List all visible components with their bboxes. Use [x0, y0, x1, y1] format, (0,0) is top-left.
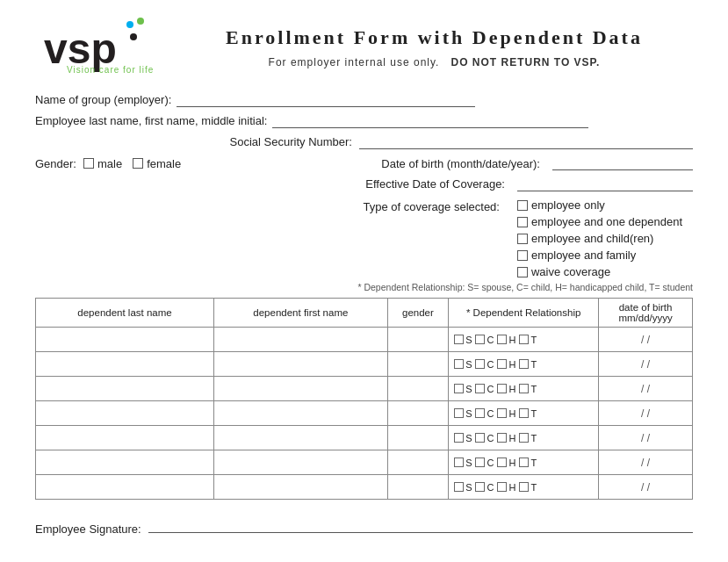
form-title: Enrollment Form with Dependent Data	[176, 26, 693, 49]
dep-relationship-0: SCHT	[449, 328, 599, 352]
dep-dob-6[interactable]: / /	[599, 475, 693, 500]
dep-gender-0[interactable]	[387, 328, 448, 352]
rel-cb-S-4[interactable]: S	[454, 433, 472, 443]
employee-name-field[interactable]	[272, 114, 588, 128]
dep-dob-5[interactable]: / /	[599, 450, 693, 475]
rel-cb-S-3[interactable]: S	[454, 408, 472, 419]
rel-cb-T-6[interactable]: T	[519, 482, 537, 493]
dep-gender-5[interactable]	[387, 450, 448, 475]
rel-cb-T-4[interactable]: T	[519, 433, 537, 443]
dob-field[interactable]	[552, 156, 693, 170]
dep-gender-2[interactable]	[387, 377, 448, 401]
dep-dob-0[interactable]: / /	[599, 328, 693, 352]
svg-point-1	[137, 18, 144, 25]
dep-last-name-2[interactable]	[36, 377, 214, 401]
coverage-employee-only[interactable]: employee only	[517, 198, 682, 212]
dep-last-name-5[interactable]	[36, 450, 214, 475]
rel-cb-C-1[interactable]: C	[475, 359, 494, 370]
rel-cb-C-6[interactable]: C	[475, 482, 494, 493]
signature-field[interactable]	[148, 517, 693, 533]
subtitle-text: For employer internal use only.	[269, 56, 440, 68]
svg-text:Vision care for life: Vision care for life	[67, 65, 154, 75]
group-field[interactable]	[177, 93, 475, 107]
rel-cb-S-1[interactable]: S	[454, 359, 472, 370]
rel-cb-C-5[interactable]: C	[475, 458, 494, 468]
coverage-row: Type of coverage selected: employee only…	[35, 198, 693, 278]
rel-cb-C-2[interactable]: C	[475, 384, 494, 394]
dep-dob-1[interactable]: / /	[599, 352, 693, 377]
dep-last-name-4[interactable]	[36, 426, 214, 450]
header: vsp Vision care for life Enrollment Form…	[35, 18, 693, 77]
rel-cb-T-0[interactable]: T	[519, 335, 537, 345]
rel-cb-H-1[interactable]: H	[497, 359, 515, 370]
coverage-option-0: employee only	[531, 198, 605, 212]
dep-relationship-3: SCHT	[449, 401, 599, 426]
dep-last-name-1[interactable]	[36, 352, 214, 377]
coverage-cb-4[interactable]	[517, 267, 528, 277]
signature-label: Employee Signature:	[35, 522, 141, 536]
ssn-field[interactable]	[359, 135, 693, 149]
coverage-waive[interactable]: waive coverage	[517, 265, 682, 278]
rel-cb-H-5[interactable]: H	[497, 458, 515, 468]
dep-relationship-5: SCHT	[449, 450, 599, 475]
rel-cb-T-2[interactable]: T	[519, 384, 537, 394]
dep-first-name-5[interactable]	[214, 450, 388, 475]
effective-label: Effective Date of Coverage:	[365, 177, 505, 191]
rel-cb-T-3[interactable]: T	[519, 408, 537, 419]
rel-cb-S-6[interactable]: S	[454, 482, 472, 493]
coverage-employee-children[interactable]: employee and child(ren)	[517, 232, 682, 245]
rel-cb-C-0[interactable]: C	[475, 335, 494, 345]
dep-first-name-4[interactable]	[214, 426, 388, 450]
dep-dob-4[interactable]: / /	[599, 426, 693, 450]
dep-gender-6[interactable]	[387, 475, 448, 500]
rel-cb-C-4[interactable]: C	[475, 433, 494, 443]
dep-last-name-0[interactable]	[36, 328, 214, 352]
dep-dob-2[interactable]: / /	[599, 377, 693, 401]
rel-cb-S-0[interactable]: S	[454, 335, 472, 345]
dep-first-name-3[interactable]	[214, 401, 388, 426]
table-row: SCHT/ /	[36, 377, 693, 401]
coverage-cb-0[interactable]	[517, 200, 528, 211]
effective-field[interactable]	[517, 177, 693, 191]
dep-gender-1[interactable]	[387, 352, 448, 377]
dep-last-name-3[interactable]	[36, 401, 214, 426]
rel-cb-T-1[interactable]: T	[519, 359, 537, 370]
subtitle: For employer internal use only. DO NOT R…	[176, 56, 693, 68]
col-dob: date of birthmm/dd/yyyy	[599, 299, 693, 328]
coverage-employee-family[interactable]: employee and family	[517, 249, 682, 262]
col-first-name: dependent first name	[214, 299, 388, 328]
rel-cb-H-0[interactable]: H	[497, 335, 515, 345]
dep-dob-3[interactable]: / /	[599, 401, 693, 426]
dep-last-name-6[interactable]	[36, 475, 214, 500]
table-row: SCHT/ /	[36, 328, 693, 352]
rel-cb-H-3[interactable]: H	[497, 408, 515, 419]
rel-cb-S-2[interactable]: S	[454, 384, 472, 394]
table-row: SCHT/ /	[36, 352, 693, 377]
coverage-employee-one-dep[interactable]: employee and one dependent	[517, 215, 682, 228]
dep-gender-4[interactable]	[387, 426, 448, 450]
dep-first-name-1[interactable]	[214, 352, 388, 377]
rel-cb-T-5[interactable]: T	[519, 458, 537, 468]
dep-first-name-2[interactable]	[214, 377, 388, 401]
rel-cb-H-6[interactable]: H	[497, 482, 515, 493]
rel-cb-H-4[interactable]: H	[497, 433, 515, 443]
male-checkbox[interactable]: male	[83, 157, 122, 170]
coverage-cb-1[interactable]	[517, 217, 528, 227]
dep-first-name-6[interactable]	[214, 475, 388, 500]
employee-name-label: Employee last name, first name, middle i…	[35, 114, 267, 127]
male-checkbox-box[interactable]	[83, 158, 94, 169]
dep-first-name-0[interactable]	[214, 328, 388, 352]
title-area: Enrollment Form with Dependent Data For …	[176, 18, 693, 68]
table-body: SCHT/ /SCHT/ /SCHT/ /SCHT/ /SCHT/ /SCHT/…	[36, 328, 693, 500]
logo-area: vsp Vision care for life	[35, 18, 176, 77]
female-checkbox[interactable]: female	[133, 157, 181, 170]
coverage-cb-3[interactable]	[517, 250, 528, 261]
dep-gender-3[interactable]	[387, 401, 448, 426]
female-checkbox-box[interactable]	[133, 158, 143, 169]
rel-cb-S-5[interactable]: S	[454, 458, 472, 468]
col-relationship: * Dependent Relationship	[449, 299, 599, 328]
table-header-row: dependent last name dependent first name…	[36, 299, 693, 328]
rel-cb-C-3[interactable]: C	[475, 408, 494, 419]
coverage-cb-2[interactable]	[517, 234, 528, 244]
rel-cb-H-2[interactable]: H	[497, 384, 515, 394]
